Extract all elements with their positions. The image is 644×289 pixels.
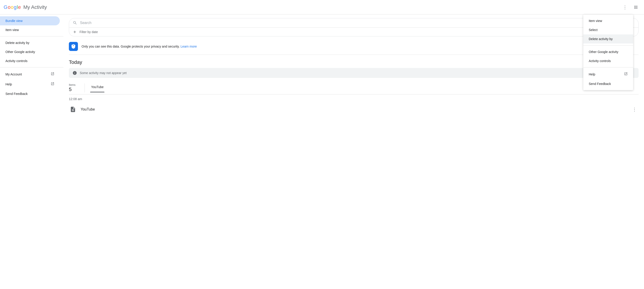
today-header: Today [69, 55, 638, 68]
sidebar-item-my-account[interactable]: My Account [0, 69, 60, 79]
activity-more-button[interactable]: ⋮ [630, 105, 638, 114]
dropdown-item-help[interactable]: Help [583, 69, 633, 79]
privacy-text: Only you can see this data. Google prote… [82, 44, 180, 48]
shield-icon [69, 42, 78, 51]
dropdown-item-feedback-label: Send Feedback [589, 82, 611, 86]
dropdown-item-select-label: Select [589, 28, 598, 32]
dropdown-item-delete[interactable]: Delete activity by [583, 34, 633, 44]
activity-notice: Some activity may not appear yet [69, 68, 638, 78]
logo-o2: o [11, 4, 13, 10]
activity-entry: YouTube ⋮ [69, 102, 638, 116]
sidebar-item-send-feedback[interactable]: Send Feedback [0, 89, 60, 98]
activity-more-icon: ⋮ [632, 107, 637, 112]
header-right: ⋮ [620, 3, 640, 12]
sidebar-item-other-google[interactable]: Other Google activity [0, 47, 60, 56]
privacy-notice: Only you can see this data. Google prote… [69, 38, 638, 55]
dropdown-item-other-google-label: Other Google activity [589, 50, 618, 54]
header-left: Google My Activity [4, 4, 47, 10]
plus-icon [73, 30, 77, 34]
dropdown-item-activity-controls-label: Activity controls [589, 59, 611, 63]
main-content: Filter by date Only you can see this dat… [64, 14, 644, 289]
tab-underline [90, 92, 104, 92]
dropdown-divider-1 [583, 45, 633, 46]
sidebar-label-delete-activity: Delete activity by [6, 41, 30, 44]
search-input[interactable] [80, 21, 635, 25]
google-logo: Google [4, 4, 20, 10]
logo-e: e [18, 4, 20, 10]
learn-more-link[interactable]: Learn more [180, 44, 197, 48]
tabs-row: Items 5 YouTube [69, 82, 638, 94]
header: Google My Activity ⋮ [0, 0, 644, 14]
more-options-button[interactable]: ⋮ [620, 3, 630, 12]
sidebar-item-delete-activity[interactable]: Delete activity by [0, 38, 60, 47]
app-title: My Activity [23, 4, 47, 10]
sidebar-item-activity-controls[interactable]: Activity controls [0, 56, 60, 66]
layout: Bundle view Item view Delete activity by… [0, 14, 644, 289]
logo-o1: o [8, 4, 10, 10]
filter-row[interactable]: Filter by date [69, 28, 638, 36]
sidebar-label-send-feedback: Send Feedback [6, 92, 28, 96]
logo-l: l [17, 4, 18, 10]
activity-notice-text: Some activity may not appear yet [80, 71, 127, 75]
external-link-icon-help [51, 82, 54, 86]
sidebar-label-other-google: Other Google activity [6, 50, 35, 54]
items-count: 5 [69, 86, 76, 92]
dropdown-item-feedback[interactable]: Send Feedback [583, 79, 633, 88]
apps-button[interactable] [631, 3, 640, 12]
activity-time: 12:08 am [69, 94, 638, 102]
activity-name: YouTube [81, 107, 627, 112]
apps-grid-icon [634, 5, 638, 10]
external-link-icon [51, 72, 54, 76]
dropdown-item-help-label: Help [589, 72, 595, 76]
search-container: Filter by date [69, 18, 638, 36]
dropdown-menu: Item view Select Delete activity by Othe… [583, 14, 633, 90]
help-external-icon [624, 72, 628, 76]
dropdown-item-select[interactable]: Select [583, 25, 633, 34]
sidebar-label-help: Help [6, 82, 12, 86]
dropdown-divider-2 [583, 67, 633, 68]
tab-youtube[interactable]: YouTube [90, 83, 104, 92]
sidebar-item-help[interactable]: Help [0, 79, 60, 89]
sidebar: Bundle view Item view Delete activity by… [0, 14, 64, 289]
logo-g2: g [14, 4, 16, 10]
tab-youtube-label: YouTube [91, 85, 104, 90]
sidebar-label-activity-controls: Activity controls [6, 59, 28, 63]
sidebar-label-bundle-view: Bundle view [6, 19, 23, 23]
sidebar-item-item-view[interactable]: Item view [0, 25, 60, 34]
search-row [69, 18, 638, 28]
tab-vertical-divider [84, 83, 85, 92]
items-count-container: Items 5 [69, 82, 79, 94]
dropdown-item-view[interactable]: Item view [583, 16, 633, 25]
sidebar-label-item-view: Item view [6, 28, 19, 32]
search-icon [73, 20, 77, 25]
dropdown-item-activity-controls[interactable]: Activity controls [583, 56, 633, 66]
info-icon [72, 71, 77, 75]
sidebar-divider-2 [0, 67, 64, 68]
sidebar-divider-1 [0, 36, 64, 36]
youtube-activity-icon [69, 105, 77, 114]
sidebar-label-my-account: My Account [6, 72, 22, 76]
dropdown-item-other-google[interactable]: Other Google activity [583, 47, 633, 56]
logo-g: G [4, 4, 7, 10]
filter-label: Filter by date [80, 30, 98, 34]
dropdown-item-delete-label: Delete activity by [589, 37, 613, 41]
sidebar-item-bundle-view[interactable]: Bundle view [0, 16, 60, 25]
privacy-text-container: Only you can see this data. Google prote… [82, 44, 197, 48]
more-dots-icon: ⋮ [623, 4, 627, 10]
dropdown-item-view-label: Item view [589, 19, 602, 23]
items-label: Items [69, 83, 76, 86]
